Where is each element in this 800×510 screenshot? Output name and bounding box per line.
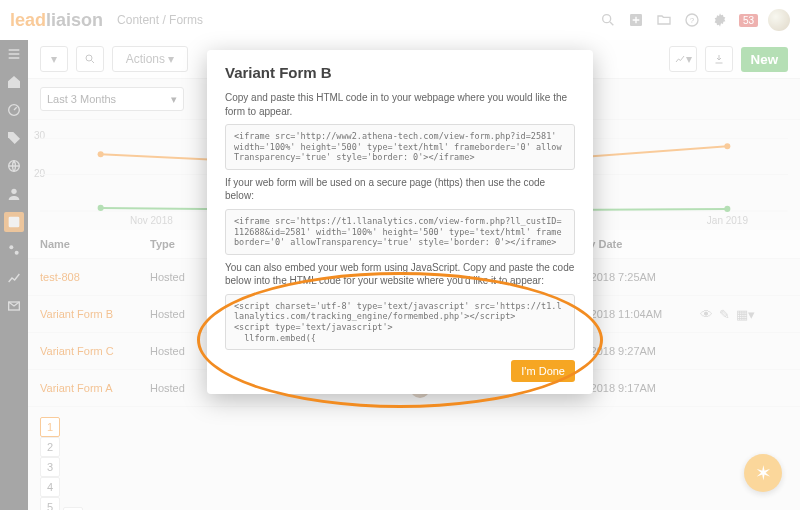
iframe-code[interactable]: <iframe src='http://www2.athena-tech.com…	[225, 124, 575, 170]
embed-code-modal: Variant Form B Copy and paste this HTML …	[207, 50, 593, 394]
iframe-https-code[interactable]: <iframe src='https://t1.llanalytics.com/…	[225, 209, 575, 255]
done-button[interactable]: I'm Done	[511, 360, 575, 382]
modal-title: Variant Form B	[225, 64, 575, 81]
js-embed-code[interactable]: <script charset='utf-8' type='text/javas…	[225, 294, 575, 351]
